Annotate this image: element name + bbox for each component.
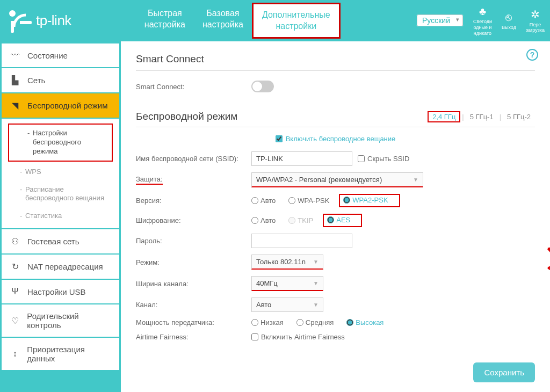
network-icon: ▙ xyxy=(10,75,20,85)
band-24[interactable]: 2,4 ГГц xyxy=(428,111,460,122)
smart-connect-label: Smart Connect: xyxy=(136,83,251,91)
sub-wireless-settings[interactable]: Настройки беспроводного режима xyxy=(9,125,112,161)
brand-text: tp-link xyxy=(36,12,71,29)
sub-schedule[interactable]: Расписание беспроводного вещания xyxy=(2,181,119,208)
enc-aes[interactable]: AES xyxy=(327,216,350,224)
sidebar-usb[interactable]: ΨНастройки USB xyxy=(2,280,119,303)
annotation-arrow xyxy=(545,244,550,270)
security-select[interactable]: WPA/WPA2 - Personal (рекомендуется)▼ xyxy=(251,172,423,187)
version-label: Версия: xyxy=(136,197,251,205)
channel-select[interactable]: Авто▼ xyxy=(251,297,323,312)
hide-ssid-checkbox[interactable] xyxy=(358,155,365,162)
content: ? Smart Connect Smart Connect: Беспровод… xyxy=(121,41,550,392)
reboot-button[interactable]: ✲Пере загрузка xyxy=(526,8,545,34)
chevron-down-icon: ▼ xyxy=(313,302,319,308)
tx-mid[interactable]: Средняя xyxy=(296,318,334,326)
reboot-icon: ✲ xyxy=(526,8,545,21)
sidebar: 〰Состояние ▙Сеть ◥Беспроводной режим Нас… xyxy=(0,41,121,392)
chevron-down-icon: ▼ xyxy=(313,280,319,286)
airtime-label: Airtime Fairness: xyxy=(136,333,251,341)
security-label: Защита: xyxy=(136,175,163,185)
sidebar-nat[interactable]: ↻NAT переадресация xyxy=(2,255,119,279)
language-select[interactable]: Русский xyxy=(416,14,464,27)
ssid-input[interactable] xyxy=(251,151,352,166)
enable-radio-row: Включить беспроводное вещание xyxy=(136,127,535,148)
sidebar-network[interactable]: ▙Сеть xyxy=(2,68,119,92)
header-right: Русский ♣Светоди одные и ндикато ⎋Выход … xyxy=(416,5,545,36)
save-button[interactable]: Сохранить xyxy=(473,362,535,382)
sidebar-wireless[interactable]: ◥Беспроводной режим xyxy=(2,93,119,118)
enc-tkip[interactable]: TKIP xyxy=(288,216,313,224)
help-icon[interactable]: ? xyxy=(526,49,538,61)
heart-icon: ♡ xyxy=(10,316,19,326)
nat-icon: ↻ xyxy=(10,262,20,272)
nav-quick-setup[interactable]: Быстрая настройка xyxy=(136,3,194,39)
enc-auto[interactable]: Авто xyxy=(251,216,276,224)
tx-high[interactable]: Высокая xyxy=(346,318,383,326)
band-51[interactable]: 5 ГГц-1 xyxy=(466,112,498,122)
nav-basic[interactable]: Базовая настройка xyxy=(194,3,252,39)
hide-ssid-opt[interactable]: Скрыть SSID xyxy=(358,155,409,163)
logo: tp-link xyxy=(8,9,71,33)
smart-connect-toggle[interactable] xyxy=(251,81,274,92)
top-nav: Быстрая настройка Базовая настройка Допо… xyxy=(136,3,341,39)
encryption-label: Шифрование: xyxy=(136,216,251,224)
version-auto[interactable]: Авто xyxy=(251,197,276,205)
priority-icon: ↕ xyxy=(10,349,19,359)
sub-wps[interactable]: WPS xyxy=(2,163,119,181)
channel-label: Канал: xyxy=(136,301,251,309)
nav-advanced[interactable]: Дополнительные настройки xyxy=(252,3,341,39)
logout-button[interactable]: ⎋Выход xyxy=(502,11,516,31)
sidebar-wireless-sub: Настройки беспроводного режима WPS Распи… xyxy=(2,119,119,228)
enable-radio-checkbox[interactable] xyxy=(276,135,283,142)
tx-label: Мощность передатчика: xyxy=(136,318,251,326)
airtime-opt[interactable]: Включить Airtime Fairness xyxy=(251,333,345,341)
width-select[interactable]: 40МГц▼ xyxy=(251,276,323,291)
airtime-checkbox[interactable] xyxy=(251,333,258,340)
smart-connect-title: Smart Connect xyxy=(136,49,535,71)
wifi-icon: ◥ xyxy=(10,100,20,111)
version-wpa2[interactable]: WPA2-PSK xyxy=(343,196,388,204)
version-wpa[interactable]: WPA-PSK xyxy=(288,197,329,205)
mode-select[interactable]: Только 802.11n▼ xyxy=(251,255,323,270)
sub-stats[interactable]: Статистика xyxy=(2,207,119,225)
sidebar-guest[interactable]: ⚇Гостевая сеть xyxy=(2,229,119,253)
tx-low[interactable]: Низкая xyxy=(251,318,284,326)
chevron-down-icon: ▼ xyxy=(413,177,418,183)
sidebar-status[interactable]: 〰Состояние xyxy=(2,43,119,67)
sidebar-parental[interactable]: ♡Родительский контроль xyxy=(2,304,119,337)
sidebar-qos[interactable]: ↕Приоритезация данных xyxy=(2,338,119,370)
enable-radio-label: Включить беспроводное вещание xyxy=(286,135,396,143)
width-label: Ширина канала: xyxy=(136,280,251,288)
password-input[interactable] xyxy=(251,234,352,248)
password-label: Пароль: xyxy=(136,237,251,245)
wireless-header: Беспроводной режим 2,4 ГГц | 5 ГГц-1 | 5… xyxy=(136,101,535,127)
usb-icon: Ψ xyxy=(10,287,20,296)
band-52[interactable]: 5 ГГц-2 xyxy=(503,112,535,122)
mode-label: Режим: xyxy=(136,258,251,266)
led-button[interactable]: ♣Светоди одные и ндикато xyxy=(473,5,492,36)
header: tp-link Быстрая настройка Базовая настро… xyxy=(0,0,550,41)
logo-icon xyxy=(8,9,32,33)
guest-icon: ⚇ xyxy=(10,236,20,246)
bulb-icon: ♣ xyxy=(473,5,492,18)
logout-icon: ⎋ xyxy=(502,11,516,24)
ssid-label: Имя беспроводной сети (SSID): xyxy=(136,155,251,163)
pulse-icon: 〰 xyxy=(10,50,20,60)
wireless-title: Беспроводной режим xyxy=(136,111,428,122)
chevron-down-icon: ▼ xyxy=(313,259,319,265)
